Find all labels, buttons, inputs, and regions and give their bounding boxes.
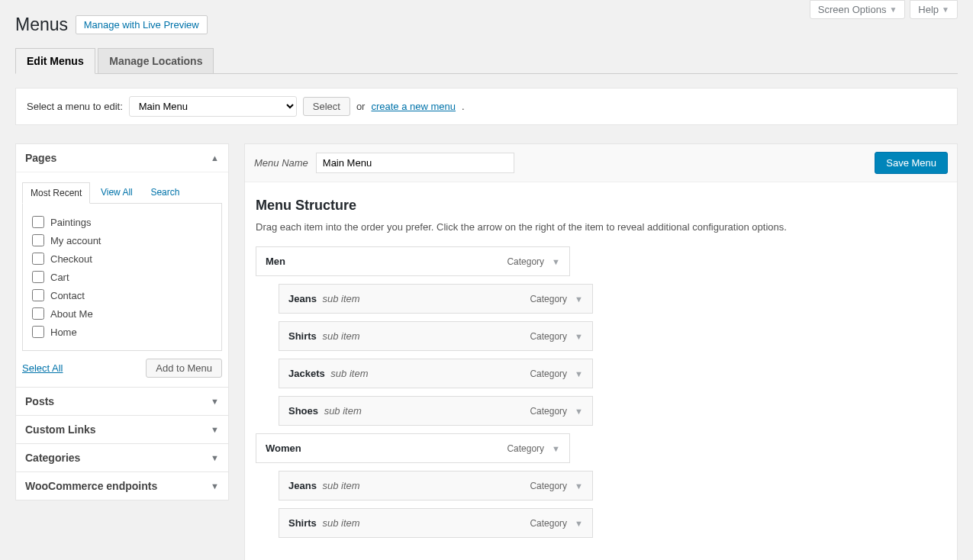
menu-item[interactable]: WomenCategory▼	[256, 433, 570, 463]
pages-tab-nav: Most Recent View All Search	[22, 182, 222, 204]
page-check-item[interactable]: About Me	[32, 304, 212, 323]
menu-item-sub: sub item	[324, 405, 362, 417]
tab-manage-locations[interactable]: Manage Locations	[98, 48, 214, 73]
help-label: Help	[918, 4, 939, 15]
caret-down-icon[interactable]: ▼	[575, 519, 583, 528]
create-new-menu-link[interactable]: create a new menu	[371, 101, 456, 112]
page-check-label: Contact	[50, 290, 85, 301]
menu-item[interactable]: Jeans sub itemCategory▼	[279, 284, 593, 314]
menu-item[interactable]: Shirts sub itemCategory▼	[279, 321, 593, 351]
caret-down-icon[interactable]: ▼	[575, 294, 583, 304]
page-checkbox[interactable]	[32, 326, 44, 338]
page-check-item[interactable]: Contact	[32, 286, 212, 304]
menu-item-sub: sub item	[323, 480, 360, 491]
menu-name-label: Menu Name	[254, 157, 308, 169]
menu-item-type: Category	[530, 331, 567, 342]
help-button[interactable]: Help▼	[910, 0, 958, 19]
page-check-label: About Me	[50, 308, 93, 320]
postbox-posts-title: Posts	[25, 395, 54, 407]
menu-structure-title: Menu Structure	[256, 198, 946, 214]
menu-item-type: Category	[530, 481, 567, 491]
menu-item-sub: sub item	[330, 368, 368, 379]
menu-item[interactable]: Jeans sub itemCategory▼	[279, 471, 593, 500]
menu-item-title: Jackets	[288, 368, 325, 379]
page-check-item[interactable]: My account	[32, 231, 212, 249]
postbox-pages-header[interactable]: Pages ▲	[16, 144, 228, 172]
caret-up-icon: ▲	[211, 153, 219, 163]
menu-name-input[interactable]	[316, 153, 514, 173]
menu-item-title: Jeans	[288, 293, 317, 304]
postbox-woo-header[interactable]: WooCommerce endpoints▼	[16, 472, 228, 500]
page-checkbox[interactable]	[32, 216, 44, 228]
screen-options-button[interactable]: Screen Options▼	[810, 0, 906, 19]
caret-down-icon[interactable]: ▼	[552, 444, 560, 453]
menu-item-type: Category	[530, 294, 567, 304]
caret-down-icon[interactable]: ▼	[552, 257, 560, 266]
pages-tab-search[interactable]: Search	[143, 182, 187, 202]
menu-item-title: Women	[266, 443, 301, 454]
menu-item-type: Category	[507, 443, 544, 454]
page-check-item[interactable]: Home	[32, 323, 212, 341]
postbox-posts: Posts▼	[15, 388, 229, 416]
menu-item-title: Men	[266, 256, 285, 267]
menu-item[interactable]: Jackets sub itemCategory▼	[279, 359, 593, 388]
postbox-categories: Categories▼	[15, 444, 229, 472]
screen-options-label: Screen Options	[818, 4, 887, 15]
postbox-woo-title: WooCommerce endpoints	[25, 480, 157, 492]
page-check-label: Paintings	[50, 217, 91, 228]
page-check-item[interactable]: Cart	[32, 268, 212, 286]
page-checkbox[interactable]	[32, 234, 44, 246]
tab-edit-menus[interactable]: Edit Menus	[15, 48, 95, 74]
menu-select[interactable]: Main Menu	[129, 96, 297, 117]
add-to-menu-button[interactable]: Add to Menu	[146, 359, 222, 378]
menu-item[interactable]: MenCategory▼	[256, 246, 570, 276]
select-button[interactable]: Select	[303, 97, 350, 116]
menu-item-sub: sub item	[322, 517, 359, 529]
caret-down-icon: ▼	[211, 425, 219, 434]
postbox-pages: Pages ▲ Most Recent View All Search Pain…	[15, 143, 229, 388]
postbox-custom-links-header[interactable]: Custom Links▼	[16, 416, 228, 443]
menu-item-title: Shoes	[288, 405, 318, 417]
caret-down-icon[interactable]: ▼	[575, 481, 583, 491]
postbox-posts-header[interactable]: Posts▼	[16, 388, 228, 415]
select-all-link[interactable]: Select All	[22, 362, 63, 374]
page-title: Menus	[15, 8, 68, 38]
postbox-pages-title: Pages	[25, 152, 56, 164]
page-checkbox[interactable]	[32, 289, 44, 301]
caret-down-icon[interactable]: ▼	[575, 369, 583, 378]
page-check-item[interactable]: Checkout	[32, 249, 212, 268]
page-check-item[interactable]: Paintings	[32, 213, 212, 231]
page-checkbox[interactable]	[32, 271, 44, 283]
menu-item[interactable]: Shoes sub itemCategory▼	[279, 396, 593, 426]
pages-tab-viewall[interactable]: View All	[93, 182, 140, 202]
menu-item[interactable]: Shirts sub itemCategory▼	[279, 508, 593, 538]
pages-tab-recent[interactable]: Most Recent	[22, 182, 90, 204]
menu-item-title: Shirts	[288, 330, 317, 342]
page-check-label: Home	[50, 327, 77, 338]
page-check-label: Checkout	[50, 253, 92, 265]
page-checkbox[interactable]	[32, 253, 44, 265]
postbox-woo: WooCommerce endpoints▼	[15, 472, 229, 500]
menu-item-type: Category	[507, 256, 544, 267]
main-panel: Menu Name Save Menu Menu Structure Drag …	[244, 143, 958, 560]
caret-down-icon: ▼	[211, 481, 219, 491]
page-checkbox[interactable]	[32, 307, 44, 320]
save-menu-button[interactable]: Save Menu	[875, 152, 948, 174]
menu-selector-bar: Select a menu to edit: Main Menu Select …	[15, 88, 958, 125]
menu-structure-desc: Drag each item into the order you prefer…	[256, 221, 946, 233]
sidebar: Pages ▲ Most Recent View All Search Pain…	[15, 143, 229, 500]
caret-down-icon: ▼	[211, 453, 219, 462]
nav-tab-wrapper: Edit Menus Manage Locations	[15, 47, 958, 74]
menu-item-sub: sub item	[323, 293, 360, 304]
caret-down-icon: ▼	[211, 397, 219, 406]
menu-items-list: MenCategory▼Jeans sub itemCategory▼Shirt…	[256, 246, 946, 538]
main-header: Menu Name Save Menu	[245, 144, 957, 182]
postbox-custom-links-title: Custom Links	[25, 423, 96, 436]
caret-down-icon: ▼	[942, 5, 949, 14]
caret-down-icon[interactable]: ▼	[575, 332, 583, 341]
caret-down-icon[interactable]: ▼	[575, 407, 583, 416]
postbox-categories-header[interactable]: Categories▼	[16, 444, 228, 471]
live-preview-button[interactable]: Manage with Live Preview	[76, 15, 208, 34]
menu-item-type: Category	[530, 518, 567, 529]
or-text: or	[356, 101, 366, 112]
